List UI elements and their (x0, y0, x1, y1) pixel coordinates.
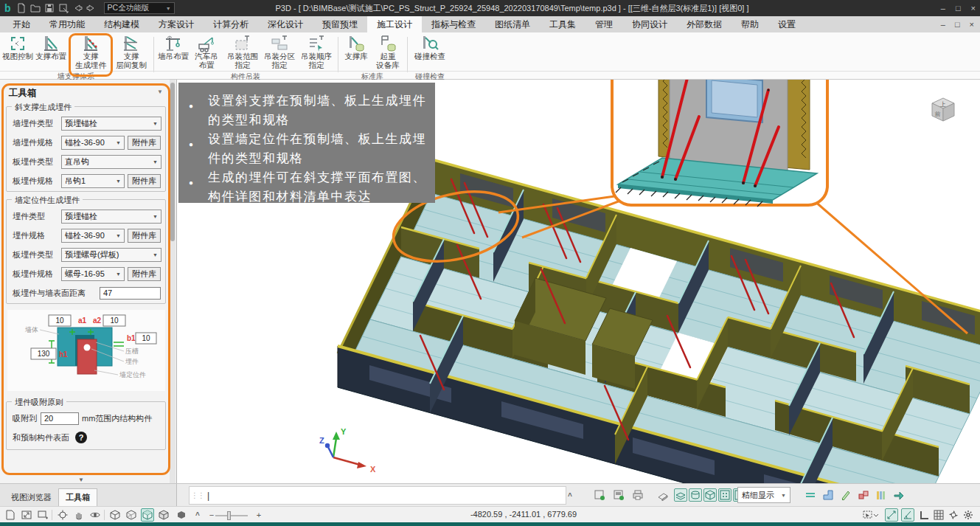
collapse-view-toolbar-icon[interactable]: ^ (191, 508, 204, 522)
attachment-library-button[interactable]: 附件库 (128, 267, 161, 281)
open-file-icon[interactable] (29, 2, 42, 14)
hoist-partition-button[interactable]: 吊装分区指定 (261, 34, 298, 71)
tab-scheme-design[interactable]: 方案设计 (149, 16, 204, 32)
ortho-mode-icon[interactable] (917, 508, 931, 522)
slab-embed-type-select[interactable]: 直吊钩▼ (61, 155, 161, 169)
save-as-icon[interactable] (58, 2, 70, 14)
points-display-icon[interactable] (718, 488, 731, 502)
step-block-icon[interactable] (821, 488, 835, 502)
zoom-extents-icon[interactable] (56, 508, 69, 522)
attachment-library-button[interactable]: 附件库 (128, 229, 161, 243)
redo-icon[interactable] (86, 2, 98, 14)
rotate-view-icon[interactable] (947, 508, 960, 522)
undo-icon[interactable] (72, 2, 84, 14)
fit-view-icon[interactable] (20, 508, 33, 522)
view-hidden-cube-icon[interactable] (125, 508, 138, 522)
display-mode-select[interactable]: 精细显示 ▼ (737, 487, 790, 503)
truck-crane-layout-button[interactable]: 汽车吊布置 (190, 34, 223, 71)
tab-manage[interactable]: 管理 (585, 16, 622, 32)
slab-embed-spec-select-2[interactable]: 螺母-16-95▼ (61, 267, 125, 281)
view-shaded-edges-cube-icon[interactable] (157, 508, 170, 522)
hoist-range-button[interactable]: 吊装范围指定 (224, 34, 261, 71)
measure-angle-icon[interactable] (901, 508, 914, 522)
view-solid-cube-icon[interactable] (175, 508, 188, 522)
tab-calc-analysis[interactable]: 计算分析 (204, 16, 258, 32)
doc-close-button[interactable]: × (970, 20, 974, 29)
tab-toolset[interactable]: 工具集 (540, 16, 585, 32)
new-window-icon[interactable] (36, 508, 49, 522)
wall-crane-layout-button[interactable]: 墙吊布置 (156, 34, 190, 71)
selection-mode-icon[interactable] (861, 508, 880, 522)
support-generate-embed-button[interactable]: 支撑生成埋件 (71, 34, 111, 71)
export-arrow-icon[interactable] (892, 488, 906, 502)
tab-collab-design[interactable]: 协同设计 (622, 16, 677, 32)
tab-drawing-list[interactable]: 图纸清单 (485, 16, 540, 32)
toolbox-collapse-icon[interactable]: ▼ (157, 89, 163, 95)
save-view-icon[interactable] (593, 488, 606, 502)
collision-check-button[interactable]: 碰撞检查 (410, 34, 450, 71)
zoom-slider[interactable] (215, 515, 248, 516)
minimize-button[interactable]: – (941, 4, 945, 13)
gear-icon[interactable] (962, 508, 975, 522)
print-icon[interactable] (631, 488, 644, 502)
pan-icon[interactable] (72, 508, 86, 522)
zoom-slider-handle[interactable] (227, 511, 231, 520)
model-viewport[interactable]: 上 前 Y X Z 设置斜支撑在预制墙、板上生成埋件的类型和规格 设置墙定位件在… (177, 80, 980, 483)
command-input[interactable]: ⋮⋮ | (189, 486, 566, 505)
wall-embed-spec-select[interactable]: 锚栓-36-90▼ (61, 136, 125, 150)
edition-select[interactable]: PC全功能版 ▼ (104, 2, 175, 14)
tab-reserve-embed[interactable]: 预留预埋 (313, 16, 367, 32)
tab-construction-design[interactable]: 施工设计 (367, 16, 422, 32)
collapse-toolbar-icon[interactable]: ^ (563, 489, 577, 502)
tab-external-data[interactable]: 外部数据 (677, 16, 731, 32)
panel-scrollbar[interactable] (170, 80, 176, 483)
support-copy-between-floors-button[interactable]: 支撑层间复制 (112, 34, 150, 71)
distance-input[interactable]: 47 (100, 287, 161, 300)
slab-embed-spec-select[interactable]: 吊钩1▼ (61, 174, 125, 188)
view-wireframe-cube-icon[interactable] (108, 508, 122, 522)
attachment-library-button[interactable]: 附件库 (128, 136, 161, 150)
new-file-icon[interactable] (15, 2, 28, 14)
tab-common[interactable]: 常用功能 (40, 16, 94, 32)
component-group-icon[interactable] (857, 488, 870, 502)
section-display-icon[interactable] (689, 488, 702, 502)
tab-toolbox[interactable]: 工具箱 (58, 488, 97, 507)
grid-icon[interactable] (932, 508, 945, 522)
view-control-button[interactable]: 视图控制 (1, 34, 34, 71)
orbit-icon[interactable] (88, 508, 102, 522)
restore-button[interactable]: □ (956, 4, 961, 13)
match-lines-icon[interactable] (804, 488, 817, 502)
panel-collapse-icon[interactable]: ▼ (78, 477, 84, 483)
tab-structure-modeling[interactable]: 结构建模 (94, 16, 149, 32)
close-button[interactable]: × (971, 4, 976, 13)
edit-sketch-icon[interactable] (839, 488, 852, 502)
doc-minimize-button[interactable]: – (941, 20, 945, 29)
support-library-button[interactable]: 支撑库 (341, 34, 372, 71)
view-shaded-cube-icon[interactable] (141, 508, 154, 522)
tab-help[interactable]: 帮助 (731, 16, 768, 32)
tab-deepen-design[interactable]: 深化设计 (258, 16, 313, 32)
tab-index-check[interactable]: 指标与检查 (422, 16, 485, 32)
doc-restore-button[interactable]: □ (955, 20, 960, 29)
save-icon[interactable] (44, 2, 56, 14)
crane-equipment-library-button[interactable]: 起重设备库 (372, 34, 404, 71)
slab-embed-type-select-2[interactable]: 预埋螺母(焊板)▼ (61, 248, 161, 262)
snap-distance-input[interactable]: 20 (41, 412, 79, 425)
tab-view-browser[interactable]: 视图浏览器 (4, 489, 58, 507)
tab-start[interactable]: 开始 (3, 16, 40, 32)
material-books-icon[interactable] (875, 488, 888, 502)
attachment-library-button[interactable]: 附件库 (128, 174, 161, 188)
tab-settings[interactable]: 设置 (768, 16, 805, 32)
support-layout-button[interactable]: 支撑布置 (34, 34, 68, 71)
view-cube[interactable]: 上 前 (932, 98, 954, 121)
zoom-in-icon[interactable]: + (252, 508, 265, 522)
measure-line-icon[interactable] (885, 508, 898, 522)
embed-spec-select[interactable]: 锚栓-36-90▼ (61, 229, 125, 243)
help-icon[interactable]: ? (75, 432, 87, 443)
eraser-icon[interactable] (656, 488, 670, 502)
embed-type-select[interactable]: 预埋锚栓▼ (61, 210, 161, 224)
hoist-order-button[interactable]: 吊装顺序指定 (298, 34, 335, 71)
new-sheet-icon[interactable] (4, 508, 17, 522)
layers-display-icon[interactable] (674, 488, 687, 502)
solid-display-icon[interactable] (703, 488, 717, 502)
